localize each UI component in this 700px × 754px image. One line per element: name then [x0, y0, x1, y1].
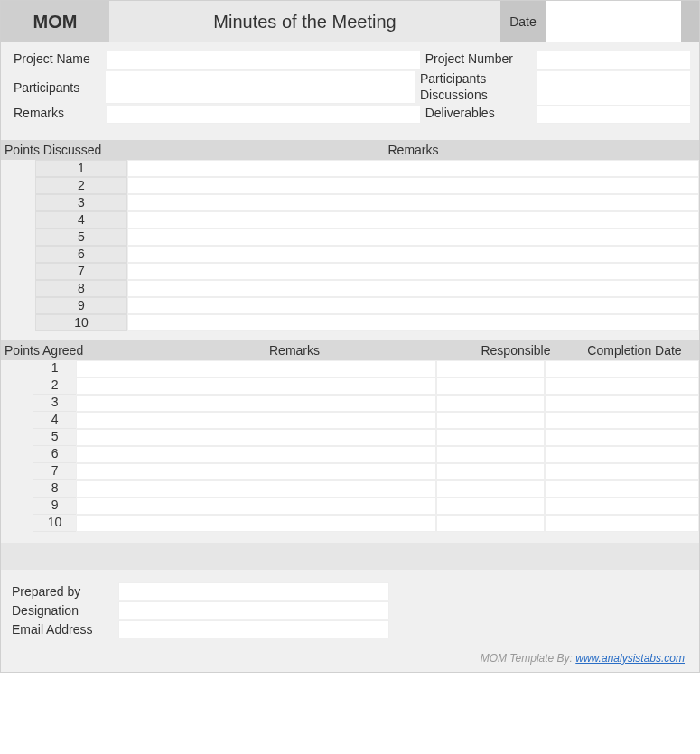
credit-link[interactable]: www.analysistabs.com: [575, 652, 685, 665]
discussed-row-remarks[interactable]: [127, 211, 699, 228]
agreed-row-responsible[interactable]: [436, 360, 545, 377]
discussed-row: 6: [1, 246, 699, 263]
agreed-row-remarks[interactable]: [76, 429, 436, 446]
agreed-row: 6: [1, 446, 699, 463]
discussed-row-number: 2: [35, 177, 127, 194]
row-pad: [1, 177, 35, 194]
agreed-row-responsible[interactable]: [436, 480, 545, 498]
discussed-row: 4: [1, 211, 699, 228]
agreed-row-completion[interactable]: [545, 360, 699, 377]
designation-input[interactable]: [118, 601, 389, 619]
agreed-header-remarks: Remarks: [127, 343, 462, 358]
agreed-row: 10: [1, 515, 699, 532]
agreed-row: 2: [1, 377, 699, 395]
discussed-row-number: 3: [35, 194, 127, 211]
agreed-row-completion[interactable]: [545, 446, 699, 463]
prepared-by-input[interactable]: [118, 582, 389, 600]
discussed-row-remarks[interactable]: [127, 246, 699, 263]
agreed-row-number: 3: [33, 395, 76, 412]
agreed-row-responsible[interactable]: [436, 395, 545, 412]
agreed-row-remarks[interactable]: [76, 360, 436, 377]
email-input[interactable]: [118, 620, 389, 638]
agreed-row-remarks[interactable]: [76, 480, 436, 498]
email-label: Email Address: [10, 622, 118, 637]
project-number-input[interactable]: [537, 51, 690, 70]
deliverables-input[interactable]: [537, 106, 690, 124]
discussed-row-remarks[interactable]: [127, 280, 699, 297]
agreed-row-completion[interactable]: [545, 463, 699, 480]
agreed-header-points: Points Agreed: [1, 343, 127, 358]
agreed-row-responsible[interactable]: [436, 377, 545, 395]
date-label: Date: [500, 1, 546, 42]
agreed-row-number: 10: [33, 515, 76, 532]
agreed-row-completion[interactable]: [545, 377, 699, 395]
discussed-row-number: 1: [35, 160, 127, 177]
agreed-row-remarks[interactable]: [76, 412, 436, 429]
row-pad: [1, 395, 33, 412]
discussed-row-number: 5: [35, 228, 127, 246]
agreed-row-number: 1: [33, 360, 76, 377]
discussed-row-number: 7: [35, 263, 127, 280]
row-pad: [1, 480, 33, 498]
discussed-row-remarks[interactable]: [127, 228, 699, 246]
row-pad: [1, 377, 33, 395]
participants-right-label: Participants: [415, 71, 537, 88]
agreed-row: 7: [1, 463, 699, 480]
agreed-row-remarks[interactable]: [76, 498, 436, 515]
discussed-row-remarks[interactable]: [127, 177, 699, 194]
agreed-row-remarks[interactable]: [76, 395, 436, 412]
agreed-row-responsible[interactable]: [436, 515, 545, 532]
discussed-row-remarks[interactable]: [127, 160, 699, 177]
row-pad: [1, 360, 33, 377]
agreed-row-number: 9: [33, 498, 76, 515]
row-pad: [1, 412, 33, 429]
agreed-row-remarks[interactable]: [76, 377, 436, 395]
participants-left-input[interactable]: [106, 71, 415, 104]
project-name-input[interactable]: [107, 51, 419, 70]
agreed-row: 1: [1, 360, 699, 377]
agreed-row-completion[interactable]: [545, 395, 699, 412]
agreed-row-completion[interactable]: [545, 412, 699, 429]
remarks-left-input[interactable]: [107, 106, 419, 124]
discussed-row-number: 4: [35, 211, 127, 228]
agreed-row-remarks[interactable]: [76, 446, 436, 463]
discussed-row: 8: [1, 280, 699, 297]
agreed-row-responsible[interactable]: [436, 498, 545, 515]
agreed-row: 9: [1, 498, 699, 515]
agreed-header-completion: Completion Date: [570, 343, 699, 358]
credit-line: MOM Template By: www.analysistabs.com: [1, 645, 699, 672]
discussed-row-remarks[interactable]: [127, 263, 699, 280]
date-input[interactable]: [546, 1, 681, 42]
row-pad: [1, 297, 35, 314]
info-block: Project Name Project Number Participants…: [1, 42, 699, 131]
agreed-row-responsible[interactable]: [436, 412, 545, 429]
discussions-input[interactable]: [537, 88, 690, 106]
agreed-row-completion[interactable]: [545, 429, 699, 446]
agreed-row-responsible[interactable]: [436, 463, 545, 480]
row-pad: [1, 211, 35, 228]
row-pad: [1, 498, 33, 515]
agreed-row-responsible[interactable]: [436, 429, 545, 446]
agreed-row-completion[interactable]: [545, 480, 699, 498]
discussed-row-remarks[interactable]: [127, 194, 699, 211]
discussed-header-points: Points Discussed: [1, 143, 127, 157]
agreed-row-number: 5: [33, 429, 76, 446]
agreed-row-remarks[interactable]: [76, 463, 436, 480]
discussed-row: 9: [1, 297, 699, 314]
project-number-label: Project Number: [420, 51, 537, 66]
agreed-row-responsible[interactable]: [436, 446, 545, 463]
page-title: Minutes of the Meeting: [109, 1, 500, 42]
participants-right-input[interactable]: [537, 71, 690, 89]
agreed-row-completion[interactable]: [545, 498, 699, 515]
credit-prefix: MOM Template By:: [481, 652, 576, 665]
agreed-row: 4: [1, 412, 699, 429]
row-pad: [1, 515, 33, 532]
row-pad: [1, 463, 33, 480]
row-pad: [1, 194, 35, 211]
agreed-row-completion[interactable]: [545, 515, 699, 532]
designation-label: Designation: [10, 603, 118, 618]
agreed-row-remarks[interactable]: [76, 515, 436, 532]
discussed-row-remarks[interactable]: [127, 314, 699, 331]
discussed-row-remarks[interactable]: [127, 297, 699, 314]
agreed-row-number: 8: [33, 480, 76, 498]
